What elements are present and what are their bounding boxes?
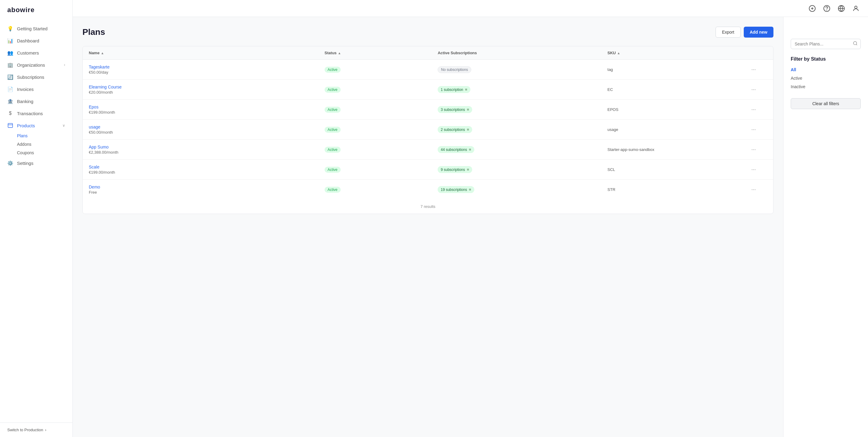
- gear-icon: ⚙️: [7, 160, 13, 166]
- page-header: Plans Export Add new: [83, 27, 773, 38]
- th-actions: [749, 51, 767, 55]
- add-new-button[interactable]: Add new: [744, 27, 773, 38]
- subscriptions-col: No subscriptions: [438, 66, 607, 73]
- list-icon[interactable]: ≡: [469, 147, 471, 152]
- plan-price: Free: [89, 190, 324, 194]
- list-icon[interactable]: ≡: [467, 127, 469, 132]
- status-cell: Active: [324, 67, 438, 73]
- sidebar: abowire 💡 Getting Started 📊 Dashboard 👥 …: [0, 0, 73, 437]
- sidebar-item-banking[interactable]: 🏦 Banking: [0, 95, 72, 107]
- plan-name-cell: App Sumo €2,388.00/month: [89, 145, 324, 155]
- no-subscriptions-badge: No subscriptions: [438, 66, 471, 73]
- plan-price: €199.00/month: [89, 170, 324, 175]
- main-area: Plans Export Add new Name ▲ Status ▲ Act…: [73, 0, 868, 437]
- plan-name-link[interactable]: Epos: [89, 104, 324, 110]
- plan-name-link[interactable]: Elearning Course: [89, 85, 324, 89]
- export-button[interactable]: Export: [716, 27, 740, 38]
- subscriptions-cell: 1 subscription ≡: [438, 86, 607, 93]
- list-icon[interactable]: ≡: [469, 187, 471, 192]
- table-row: Demo Free Active 19 subscriptions ≡ STR …: [83, 180, 773, 199]
- right-panel: Filter by Status AllActiveInactive Clear…: [783, 17, 868, 437]
- filter-item-active[interactable]: Active: [791, 74, 861, 83]
- user-icon[interactable]: [851, 4, 861, 13]
- sidebar-item-getting-started[interactable]: 💡 Getting Started: [0, 23, 72, 35]
- more-actions-button[interactable]: ···: [749, 165, 758, 174]
- lightbulb-icon: 💡: [7, 26, 13, 32]
- sidebar-item-label: Banking: [17, 99, 33, 104]
- sidebar-item-invoices[interactable]: 📄 Invoices: [0, 83, 72, 95]
- plans-table: Name ▲ Status ▲ Active Subscriptions SKU…: [83, 46, 773, 214]
- list-icon[interactable]: ≡: [465, 87, 467, 92]
- sku-cell: EC: [607, 87, 749, 92]
- globe-icon[interactable]: [836, 4, 846, 13]
- more-actions-button[interactable]: ···: [749, 65, 758, 74]
- actions-cell: ···: [749, 185, 767, 194]
- th-sku[interactable]: SKU ▲: [607, 51, 749, 55]
- sidebar-item-products[interactable]: Products ∨: [0, 119, 72, 131]
- status-badge: Active: [324, 67, 341, 73]
- clear-filters-button[interactable]: Clear all filters: [791, 98, 861, 109]
- subscriptions-col: 19 subscriptions ≡: [438, 186, 607, 193]
- status-cell: Active: [324, 87, 438, 93]
- subscriptions-badge: 3 subscriptions ≡: [438, 106, 472, 113]
- subscriptions-cell: 44 subscriptions ≡: [438, 146, 607, 153]
- plan-name-link[interactable]: Tageskarte: [89, 65, 324, 69]
- sub-nav-plans[interactable]: Plans: [17, 131, 72, 140]
- sidebar-item-label: Transactions: [17, 111, 43, 116]
- people-icon: 👥: [7, 50, 13, 56]
- subscriptions-badge: 19 subscriptions ≡: [438, 186, 474, 193]
- sidebar-item-subscriptions[interactable]: 🔄 Subscriptions: [0, 71, 72, 83]
- products-sub-nav: Plans Addons Coupons: [0, 131, 72, 157]
- subscriptions-badge: 9 subscriptions ≡: [438, 166, 472, 173]
- plan-name-cell: Elearning Course €20.00/month: [89, 85, 324, 95]
- filter-item-all[interactable]: All: [791, 65, 861, 74]
- status-cell: Active: [324, 147, 438, 153]
- filter-item-inactive[interactable]: Inactive: [791, 83, 861, 91]
- table-row: Tageskarte €50.00/day Active No subscrip…: [83, 60, 773, 80]
- sidebar-item-dashboard[interactable]: 📊 Dashboard: [0, 35, 72, 47]
- table-row: Elearning Course €20.00/month Active 1 s…: [83, 80, 773, 100]
- list-icon[interactable]: ≡: [467, 107, 469, 112]
- plan-name-link[interactable]: usage: [89, 125, 324, 129]
- th-status[interactable]: Status ▲: [324, 51, 438, 55]
- plus-circle-icon[interactable]: [807, 4, 817, 13]
- document-icon: 📄: [7, 86, 13, 92]
- plan-name-link[interactable]: Scale: [89, 164, 324, 169]
- header-actions: Export Add new: [716, 27, 773, 38]
- th-name[interactable]: Name ▲: [89, 51, 324, 55]
- plan-name-cell: Scale €199.00/month: [89, 164, 324, 175]
- results-footer: 7 results: [83, 199, 773, 214]
- sidebar-item-transactions[interactable]: $ Transactions: [0, 107, 72, 119]
- sidebar-item-settings[interactable]: ⚙️ Settings: [0, 157, 72, 169]
- plan-price: €199.00/month: [89, 110, 324, 115]
- sidebar-item-label: Organizations: [17, 62, 45, 68]
- plan-name-cell: usage €50.00/month: [89, 125, 324, 134]
- more-actions-button[interactable]: ···: [749, 125, 758, 134]
- filter-title: Filter by Status: [791, 56, 861, 62]
- actions-cell: ···: [749, 105, 767, 114]
- subscriptions-col: 1 subscription ≡: [438, 86, 607, 93]
- subscriptions-cell: 2 subscriptions ≡: [438, 126, 607, 133]
- chevron-down-icon: ∨: [62, 123, 65, 128]
- search-button[interactable]: [853, 41, 858, 47]
- sub-nav-coupons[interactable]: Coupons: [17, 149, 72, 157]
- plan-name-link[interactable]: App Sumo: [89, 145, 324, 149]
- status-badge: Active: [324, 107, 341, 113]
- svg-rect-0: [8, 123, 13, 128]
- more-actions-button[interactable]: ···: [749, 145, 758, 154]
- sidebar-item-organizations[interactable]: 🏢 Organizations ›: [0, 59, 72, 71]
- more-actions-button[interactable]: ···: [749, 185, 758, 194]
- more-actions-button[interactable]: ···: [749, 85, 758, 94]
- plan-name-link[interactable]: Demo: [89, 185, 324, 189]
- sidebar-item-label: Products: [17, 123, 35, 128]
- sidebar-item-customers[interactable]: 👥 Customers: [0, 47, 72, 59]
- switch-to-production[interactable]: Switch to Production ›: [0, 423, 72, 437]
- sidebar-item-label: Settings: [17, 161, 33, 166]
- sub-nav-addons[interactable]: Addons: [17, 140, 72, 149]
- search-input[interactable]: [791, 39, 861, 49]
- list-icon[interactable]: ≡: [467, 167, 469, 172]
- chart-icon: 📊: [7, 38, 13, 44]
- more-actions-button[interactable]: ···: [749, 105, 758, 114]
- help-icon[interactable]: [822, 4, 832, 13]
- sidebar-nav: 💡 Getting Started 📊 Dashboard 👥 Customer…: [0, 20, 72, 423]
